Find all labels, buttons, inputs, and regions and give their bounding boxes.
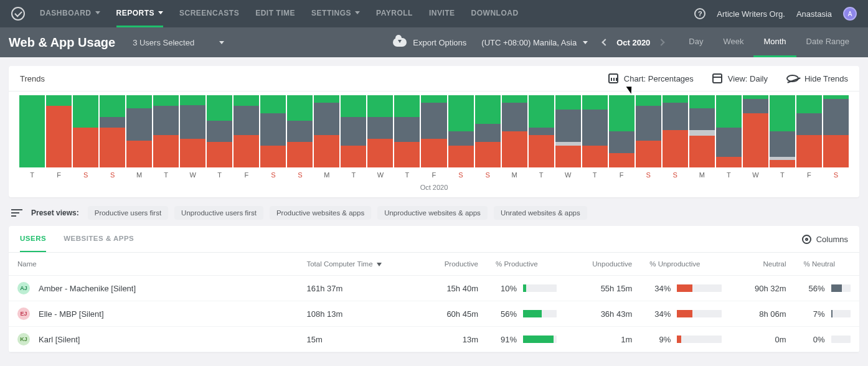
- range-tab-date-range[interactable]: Date Range: [796, 27, 859, 57]
- org-name[interactable]: Article Writers Org.: [717, 9, 785, 19]
- chart-bar[interactable]: [394, 95, 420, 167]
- columns-button[interactable]: Columns: [802, 235, 848, 244]
- preset-chip[interactable]: Productive users first: [88, 206, 168, 220]
- preset-chip[interactable]: Productive websites & apps: [270, 206, 371, 220]
- nav-screencasts[interactable]: SCREENCASTS: [179, 0, 239, 27]
- chart-mode-label: Chart: Percentages: [624, 74, 694, 83]
- chart-bar[interactable]: [769, 95, 796, 167]
- chart-bar[interactable]: [206, 95, 233, 167]
- timezone-selector[interactable]: (UTC +08:00) Manila, Asia: [481, 38, 588, 47]
- chart-bar[interactable]: [608, 95, 635, 167]
- range-tab-week[interactable]: Week: [713, 27, 753, 57]
- chart-bar[interactable]: [635, 95, 662, 167]
- chart-bar[interactable]: [555, 95, 582, 167]
- range-tab-day[interactable]: Day: [679, 27, 713, 57]
- topbar-right: ? Article Writers Org. Anastasia A: [694, 7, 857, 21]
- filter-icon: [11, 209, 22, 217]
- chart-bar[interactable]: [99, 95, 126, 167]
- x-tick: S: [823, 171, 849, 179]
- table-tab-websites-apps[interactable]: WEBSITES & APPS: [64, 226, 134, 252]
- nav-invite[interactable]: INVITE: [429, 0, 455, 27]
- chart-bar[interactable]: [72, 95, 99, 167]
- chart-bar[interactable]: [260, 95, 286, 167]
- chart-bar[interactable]: [45, 95, 72, 167]
- unproductive-cell: 36h 43m: [565, 301, 641, 327]
- x-tick: S: [474, 171, 501, 179]
- chart-bar[interactable]: [501, 95, 528, 167]
- range-tab-month[interactable]: Month: [753, 27, 796, 57]
- period-label: Oct 2020: [616, 38, 650, 47]
- x-tick: S: [260, 171, 286, 179]
- chart-bar[interactable]: [823, 95, 849, 167]
- chart-bar[interactable]: [286, 95, 313, 167]
- chart-bar[interactable]: [367, 95, 394, 167]
- x-tick: W: [742, 171, 769, 179]
- next-period-button[interactable]: [658, 39, 665, 45]
- chart-bar[interactable]: [179, 95, 206, 167]
- chart-bar[interactable]: [742, 95, 769, 167]
- total-time-cell: 161h 37m: [298, 276, 419, 301]
- chart-bar[interactable]: [528, 95, 555, 167]
- columns-label: Columns: [816, 235, 848, 244]
- chart-bar[interactable]: [715, 95, 742, 167]
- table-row[interactable]: KJKarl [Silent]15m13m91%1m9%0m0%: [9, 327, 859, 352]
- th-productive[interactable]: Productive: [420, 253, 487, 276]
- chart-bar[interactable]: [233, 95, 260, 167]
- prev-period-button[interactable]: [601, 39, 608, 45]
- chart-bar[interactable]: [153, 95, 179, 167]
- chart-bar[interactable]: [19, 95, 45, 167]
- user-name-cell: Amber - Machenike [Silent]: [39, 284, 136, 293]
- chart-view-button[interactable]: View: Daily: [712, 73, 768, 83]
- chart-mode-button[interactable]: Chart: Percentages: [608, 73, 694, 83]
- table-row[interactable]: EJElle - MBP [Silent]108h 13m60h 45m56%3…: [9, 301, 859, 327]
- th-pct-neutral[interactable]: % Neutral: [795, 253, 859, 276]
- th-neutral[interactable]: Neutral: [730, 253, 795, 276]
- preset-chip[interactable]: Unproductive websites & apps: [377, 206, 488, 220]
- x-tick: F: [420, 171, 447, 179]
- chart-bar[interactable]: [474, 95, 501, 167]
- chevron-down-icon: [219, 41, 224, 44]
- users-selector[interactable]: 3 Users Selected: [133, 38, 224, 47]
- pct-productive-cell: 56%: [487, 301, 565, 327]
- th-unproductive[interactable]: Unpoductive: [565, 253, 641, 276]
- nav-edit time[interactable]: EDIT TIME: [255, 0, 295, 27]
- th-pct-productive[interactable]: % Productive: [487, 253, 565, 276]
- nav-download[interactable]: DOWNLOAD: [471, 0, 519, 27]
- th-total[interactable]: Total Computer Time: [298, 253, 419, 276]
- chart-bar[interactable]: [448, 95, 474, 167]
- chart-bar[interactable]: [420, 95, 447, 167]
- table-row[interactable]: AJAmber - Machenike [Silent]161h 37m15h …: [9, 276, 859, 301]
- nav-dashboard[interactable]: DASHBOARD: [40, 0, 100, 27]
- avatar[interactable]: A: [843, 7, 857, 21]
- nav-reports[interactable]: REPORTS: [116, 0, 164, 27]
- table-tab-users[interactable]: USERS: [20, 226, 46, 252]
- x-tick: T: [340, 171, 367, 179]
- total-time-cell: 108h 13m: [298, 301, 419, 327]
- hide-trends-button[interactable]: Hide Trends: [786, 74, 848, 83]
- chart-bar[interactable]: [662, 95, 689, 167]
- top-navbar: DASHBOARDREPORTSSCREENCASTSEDIT TIMESETT…: [0, 0, 868, 27]
- x-tick: T: [582, 171, 608, 179]
- nav-settings[interactable]: SETTINGS: [311, 0, 360, 27]
- sub-navbar: Web & App Usage 3 Users Selected Export …: [0, 27, 868, 57]
- chart-bar[interactable]: [582, 95, 608, 167]
- x-tick: M: [126, 171, 153, 179]
- help-icon[interactable]: ?: [694, 8, 705, 19]
- chart-bar[interactable]: [796, 95, 823, 167]
- trends-title: Trends: [20, 74, 45, 83]
- x-tick: S: [286, 171, 313, 179]
- chart-bar[interactable]: [340, 95, 367, 167]
- chart-bar[interactable]: [126, 95, 153, 167]
- nav-payroll[interactable]: PAYROLL: [376, 0, 413, 27]
- export-label: Export Options: [413, 38, 466, 47]
- x-tick: W: [179, 171, 206, 179]
- th-pct-unproductive[interactable]: % Unproductive: [641, 253, 730, 276]
- chart-bar[interactable]: [313, 95, 340, 167]
- chart-bar[interactable]: [689, 95, 715, 167]
- export-button[interactable]: Export Options: [393, 38, 466, 47]
- x-tick: T: [19, 171, 45, 179]
- preset-chip[interactable]: Unrated websites & apps: [494, 206, 587, 220]
- preset-chip[interactable]: Unproductive users first: [174, 206, 263, 220]
- th-name[interactable]: Name: [9, 253, 298, 276]
- user-name[interactable]: Anastasia: [796, 9, 832, 19]
